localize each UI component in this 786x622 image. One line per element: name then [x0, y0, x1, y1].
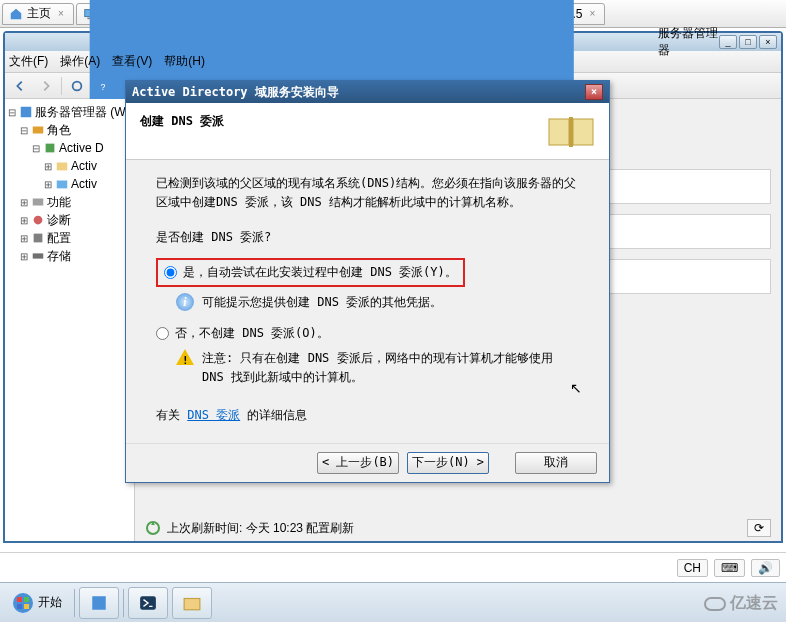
dialog-description: 已检测到该域的父区域的现有域名系统(DNS)结构。您必须在指向该服务器的父区域中… [156, 174, 579, 212]
svg-rect-31 [92, 596, 106, 610]
back-button[interactable]: < 上一步(B) [317, 452, 399, 474]
status-right-box[interactable]: ⟳ [747, 519, 771, 537]
tree-features[interactable]: ⊞ 功能 [7, 193, 132, 211]
no-hint-row: 注意: 只有在创建 DNS 委派后，网络中的现有计算机才能够使用 DNS 找到此… [176, 349, 579, 387]
refresh-button[interactable] [66, 76, 88, 96]
powershell-icon [139, 594, 157, 612]
radio-yes-label: 是，自动尝试在此安装过程中创建 DNS 委派(Y)。 [183, 263, 457, 282]
roles-icon [31, 123, 45, 137]
config-icon [31, 231, 45, 245]
yes-hint-row: i 可能提示您提供创建 DNS 委派的其他凭据。 [176, 293, 579, 312]
option-yes-highlight: 是，自动尝试在此安装过程中创建 DNS 委派(Y)。 [156, 258, 465, 287]
keyboard-icon[interactable]: ⌨ [714, 559, 745, 577]
warning-icon [176, 349, 194, 365]
server-icon [19, 105, 33, 119]
svg-rect-27 [17, 597, 22, 602]
help-button[interactable]: ? [92, 76, 114, 96]
svg-rect-25 [569, 117, 573, 147]
task-powershell[interactable] [128, 587, 168, 619]
svg-rect-24 [573, 119, 593, 145]
titlebar: 服务器管理器 _ □ × [5, 33, 781, 51]
dialog-body: 已检测到该域的父区域的现有域名系统(DNS)结构。您必须在指向该服务器的父区域中… [126, 160, 609, 443]
yes-hint-text: 可能提示您提供创建 DNS 委派的其他凭据。 [202, 293, 442, 312]
svg-rect-21 [33, 253, 44, 258]
svg-rect-14 [33, 127, 44, 134]
dialog-footer: < 上一步(B) 下一步(N) > 取消 [126, 443, 609, 482]
svg-point-10 [73, 81, 82, 90]
windows-orb-icon [12, 592, 34, 614]
start-label: 开始 [38, 594, 62, 611]
task-server-manager[interactable] [79, 587, 119, 619]
start-button[interactable]: 开始 [4, 587, 70, 619]
window-title: 服务器管理器 [658, 25, 719, 59]
svg-rect-15 [46, 144, 55, 153]
diagnostics-icon [31, 213, 45, 227]
menu-action[interactable]: 操作(A) [60, 53, 100, 70]
dialog-header: 创建 DNS 委派 [126, 103, 609, 160]
vm-status-bar: CH ⌨ 🔊 [0, 552, 786, 582]
svg-rect-23 [549, 119, 569, 145]
tree-roles[interactable]: ⊟ 角色 [7, 121, 132, 139]
tree-ad-ds[interactable]: ⊟ Active D [7, 139, 132, 157]
svg-rect-28 [24, 597, 29, 602]
radio-no[interactable] [156, 327, 169, 340]
option-no-row: 否，不创建 DNS 委派(O)。 [156, 324, 579, 343]
taskbar: 开始 亿速云 [0, 582, 786, 622]
folder-icon [183, 594, 201, 612]
more-info-row: 有关 DNS 委派 的详细信息 [156, 406, 579, 425]
radio-no-label: 否，不创建 DNS 委派(O)。 [175, 324, 329, 343]
tree-ad-child1[interactable]: ⊞ Activ [7, 157, 132, 175]
svg-point-26 [13, 593, 33, 613]
features-icon [31, 195, 45, 209]
watermark: 亿速云 [704, 593, 778, 614]
svg-point-19 [34, 216, 43, 225]
no-hint-text: 注意: 只有在创建 DNS 委派后，网络中的现有计算机才能够使用 DNS 找到此… [202, 349, 579, 387]
menu-view[interactable]: 查看(V) [112, 53, 152, 70]
menu-file[interactable]: 文件(F) [9, 53, 48, 70]
svg-rect-16 [57, 163, 68, 171]
menu-help[interactable]: 帮助(H) [164, 53, 205, 70]
svg-rect-17 [57, 181, 68, 189]
tree-storage[interactable]: ⊞ 存储 [7, 247, 132, 265]
tree-diagnostics[interactable]: ⊞ 诊断 [7, 211, 132, 229]
svg-rect-33 [184, 598, 200, 609]
tree-config[interactable]: ⊞ 配置 [7, 229, 132, 247]
ad-ds-install-wizard-dialog: Active Directory 域服务安装向导 × 创建 DNS 委派 已检测… [125, 80, 610, 483]
storage-icon [31, 249, 45, 263]
svg-rect-18 [33, 199, 44, 206]
minimize-button[interactable]: _ [719, 35, 737, 49]
svg-rect-20 [34, 234, 43, 243]
tree-root[interactable]: ⊟ 服务器管理器 (W [7, 103, 132, 121]
svg-rect-29 [17, 604, 22, 609]
next-button[interactable]: 下一步(N) > [407, 452, 489, 474]
tree-ad-child2[interactable]: ⊞ Activ [7, 175, 132, 193]
wizard-icon [547, 113, 595, 149]
svg-text:?: ? [101, 81, 106, 91]
svg-rect-30 [24, 604, 29, 609]
refresh-icon [145, 520, 161, 536]
task-explorer[interactable] [172, 587, 212, 619]
close-button[interactable]: × [759, 35, 777, 49]
cursor-icon: ↖ [570, 380, 582, 396]
cancel-button[interactable]: 取消 [515, 452, 597, 474]
lang-indicator[interactable]: CH [677, 559, 708, 577]
nav-back-button[interactable] [9, 76, 31, 96]
cloud-icon [704, 597, 726, 611]
folder-icon [55, 177, 69, 191]
svg-rect-13 [21, 107, 32, 118]
volume-icon[interactable]: 🔊 [751, 559, 780, 577]
dialog-title: Active Directory 域服务安装向导 [132, 84, 339, 101]
folder-icon [55, 159, 69, 173]
dialog-titlebar[interactable]: Active Directory 域服务安装向导 × [126, 81, 609, 103]
dialog-subtitle: 创建 DNS 委派 [140, 113, 547, 130]
dialog-question: 是否创建 DNS 委派? [156, 228, 579, 247]
nav-tree: ⊟ 服务器管理器 (W ⊟ 角色 ⊟ Active D ⊞ Activ ⊞ [5, 99, 135, 541]
nav-forward-button[interactable] [35, 76, 57, 96]
radio-yes[interactable] [164, 266, 177, 279]
maximize-button[interactable]: □ [739, 35, 757, 49]
ad-icon [43, 141, 57, 155]
status-bar: 上次刷新时间: 今天 10:23 配置刷新 ⟳ [145, 519, 771, 537]
dns-delegation-link[interactable]: DNS 委派 [187, 408, 240, 422]
server-manager-icon [90, 594, 108, 612]
dialog-close-button[interactable]: × [585, 84, 603, 100]
